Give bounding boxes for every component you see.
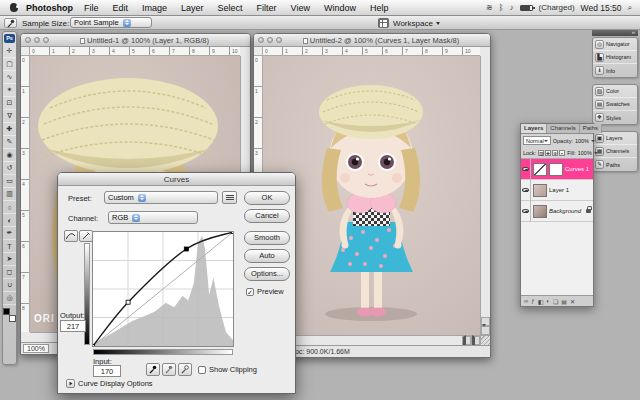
menu-window[interactable]: Window <box>317 0 363 16</box>
opacity-value[interactable]: 100% <box>575 138 589 144</box>
tool-eraser[interactable]: ▭ <box>3 175 16 188</box>
preview-checkbox[interactable]: ✓ <box>246 288 254 296</box>
tool-lasso[interactable]: ∿ <box>3 71 16 84</box>
gray-point-eyedropper[interactable] <box>162 363 176 376</box>
apple-menu-icon[interactable] <box>10 3 18 12</box>
minimize-button[interactable] <box>267 37 273 43</box>
lock-transparency-icon[interactable]: ▨ <box>538 150 544 156</box>
tool-type[interactable]: T <box>3 240 16 253</box>
tool-path-selection[interactable]: ➤ <box>3 253 16 266</box>
show-clipping-option[interactable]: Show Clipping <box>198 365 257 374</box>
blend-mode-dropdown[interactable]: Normal <box>523 136 551 145</box>
tool-eyedropper[interactable]: ∇ <box>3 110 16 123</box>
adjustment-layer-icon[interactable]: ◐ <box>546 298 550 304</box>
curve-point[interactable] <box>184 247 188 251</box>
chevron-down-icon[interactable] <box>591 140 595 142</box>
dock-item-color[interactable]: ▧Color <box>593 85 637 98</box>
fill-value[interactable]: 100% <box>578 150 592 156</box>
tool-shape[interactable]: ◻ <box>3 266 16 279</box>
layer-row-curves-1[interactable]: Curves 1 <box>521 159 593 180</box>
eyedropper-tool-icon[interactable] <box>4 18 17 28</box>
background-color-swatch[interactable] <box>9 315 16 322</box>
layer-group-icon[interactable]: ❏ <box>553 298 558 305</box>
dock-item-navigator[interactable]: ◎Navigator <box>593 38 637 51</box>
tool-move[interactable]: ✛ <box>3 45 16 58</box>
sample-size-dropdown[interactable]: Point Sample <box>70 17 152 28</box>
dock-item-channels[interactable]: ▦Channels <box>593 145 637 158</box>
smooth-button[interactable]: Smooth <box>244 231 290 245</box>
tool-gradient[interactable]: ▥ <box>3 188 16 201</box>
curve-display-options[interactable]: Curve Display Options <box>66 379 153 388</box>
dock-item-histogram[interactable]: ▙Histogram <box>593 51 637 64</box>
white-point-eyedropper[interactable] <box>178 363 192 376</box>
airport-icon[interactable]: ≋ <box>486 3 493 12</box>
document-size[interactable]: Doc: 900.0K/1.66M <box>290 348 350 355</box>
tool-brush[interactable]: ✎ <box>3 136 16 149</box>
layer-thumbnail[interactable] <box>533 184 547 197</box>
menu-select[interactable]: Select <box>211 0 250 16</box>
layer-thumbnail[interactable] <box>533 205 547 218</box>
menu-file[interactable]: File <box>77 0 106 16</box>
tool-rect-marquee[interactable]: ▢ <box>3 58 16 71</box>
link-layers-icon[interactable]: ∞ <box>524 298 528 304</box>
close-button[interactable] <box>25 37 31 43</box>
tool-zoom[interactable]: ◎ <box>3 292 16 305</box>
tool-history-brush[interactable]: ↺ <box>3 162 16 175</box>
mask-thumbnail[interactable] <box>549 163 563 176</box>
workspace-button[interactable]: Workspace <box>393 19 440 28</box>
minimize-button[interactable] <box>34 37 40 43</box>
curves-graph[interactable] <box>92 231 234 347</box>
dialog-title-bar[interactable]: Curves <box>58 173 295 186</box>
adjustment-thumbnail[interactable] <box>533 163 547 176</box>
chevron-down-icon[interactable] <box>594 152 598 154</box>
input-field[interactable]: 170 <box>93 365 121 377</box>
output-field[interactable]: 217 <box>60 320 86 332</box>
preview-option[interactable]: ✓ Preview <box>246 287 284 296</box>
new-layer-icon[interactable]: ▤ <box>561 298 567 305</box>
menu-photoshop[interactable]: Photoshop <box>26 3 73 13</box>
curve-point[interactable] <box>93 345 95 347</box>
menu-edit[interactable]: Edit <box>106 0 136 16</box>
tool-clone-stamp[interactable]: ◉ <box>3 149 16 162</box>
tool-healing-brush[interactable]: ✚ <box>3 123 16 136</box>
tab-layers[interactable]: Layers <box>521 124 547 133</box>
edit-points-mode-button[interactable] <box>64 230 78 242</box>
zoom-level[interactable]: 100% <box>23 344 49 353</box>
layer-style-icon[interactable]: ƒ <box>531 298 534 304</box>
tool-magic-wand[interactable]: ✶ <box>3 84 16 97</box>
channel-dropdown[interactable]: RGB <box>108 211 198 224</box>
scroll-right-button[interactable] <box>471 336 480 345</box>
tab-channels[interactable]: Channels <box>547 124 579 133</box>
tool-hand[interactable]: ∪ <box>3 279 16 292</box>
dock-item-layers[interactable]: ▣Layers <box>593 132 637 145</box>
menu-help[interactable]: Help <box>363 0 396 16</box>
layer-row-layer-1[interactable]: Layer 1 <box>521 180 593 201</box>
tool-crop[interactable]: ⊡ <box>3 97 16 110</box>
cancel-button[interactable]: Cancel <box>244 209 290 223</box>
dock-item-styles[interactable]: ❖Styles <box>593 111 637 124</box>
delete-layer-icon[interactable]: ✕ <box>570 298 575 305</box>
tab-paths[interactable]: Paths <box>580 124 602 133</box>
pencil-mode-button[interactable] <box>79 230 93 242</box>
preset-options-button[interactable] <box>222 191 237 204</box>
menu-view[interactable]: View <box>284 0 317 16</box>
auto-button[interactable]: Auto <box>244 249 290 263</box>
disclosure-triangle-icon[interactable] <box>66 379 75 388</box>
dock-item-paths[interactable]: ✎Paths <box>593 158 637 171</box>
dock-item-info[interactable]: ℹInfo <box>593 64 637 77</box>
window-title-bar[interactable]: Untitled-2 @ 100% (Curves 1, Layer Mask/… <box>254 34 490 47</box>
scroll-down-button[interactable] <box>481 326 490 335</box>
tool-dodge[interactable]: ◐ <box>3 214 16 227</box>
tool-blur[interactable]: ○ <box>3 201 16 214</box>
options-button[interactable]: Options... <box>244 267 290 281</box>
bluetooth-icon[interactable]: ᛒ <box>499 3 504 12</box>
layer-mask-icon[interactable]: ◧ <box>538 298 544 305</box>
menu-clock[interactable]: Wed 15:50 <box>581 3 622 13</box>
dock-item-swatches[interactable]: ▤Swatches <box>593 98 637 111</box>
menu-image[interactable]: Image <box>135 0 174 16</box>
curve-point[interactable] <box>126 300 130 304</box>
foreground-color-swatch[interactable] <box>3 308 10 315</box>
menu-layer[interactable]: Layer <box>174 0 211 16</box>
visibility-toggle[interactable] <box>521 159 531 180</box>
close-button[interactable] <box>258 37 264 43</box>
